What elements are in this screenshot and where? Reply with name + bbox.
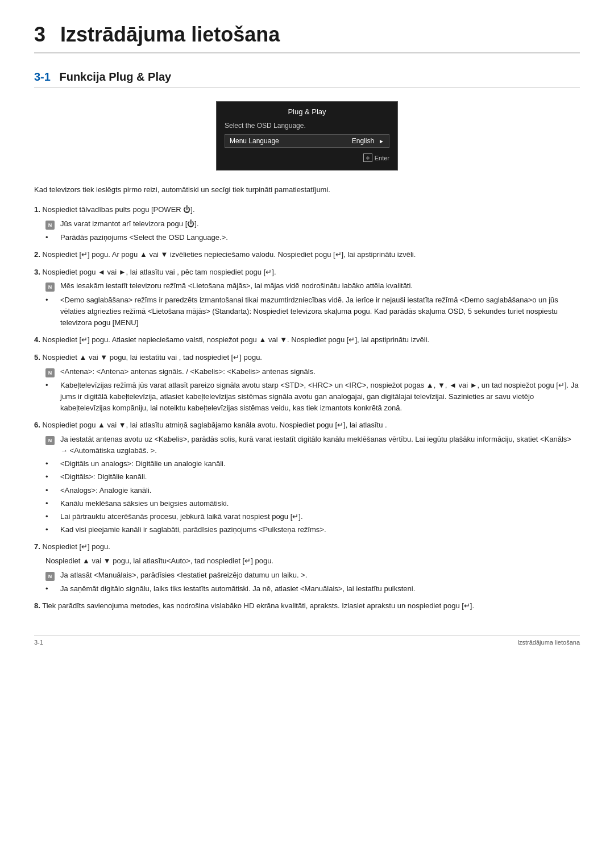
step-num: 8. — [34, 601, 40, 610]
step-num: 7. — [34, 542, 40, 551]
chapter-title-text: Izstrādājuma lietošana — [60, 23, 280, 46]
osd-enter-icon: ⎆ — [363, 153, 372, 162]
bullet-dot: • — [45, 471, 58, 483]
step-main-6: 6. Nospiediet pogu ▲ vai ▼, lai atlasītu… — [34, 420, 580, 431]
bullet-dot: • — [45, 232, 58, 243]
bullet-dot: • — [45, 485, 58, 496]
sub-item-2: •<Digitāls>: Digitālie kanāli. — [45, 471, 580, 483]
sub-item-text: Kanālu meklēšana sāksies un beigsies aut… — [60, 498, 580, 509]
bullet-dot: • — [45, 511, 58, 522]
osd-dialog-container: Plug & Play Select the OSD Language. Men… — [34, 101, 580, 171]
sub-list-3: NMēs iesakām iestatīt televizoru režīmā … — [45, 280, 580, 329]
sub-item-text: <Antena>: <Antena> antenas signāls. / <K… — [60, 366, 580, 377]
step-num: 6. — [34, 421, 40, 429]
bullet-dot: • — [45, 458, 58, 470]
sub-item-0: N<Antena>: <Antena> antenas signāls. / <… — [45, 366, 580, 378]
sub-item-6: •Kad visi pieejamie kanāli ir saglabāti,… — [45, 524, 580, 535]
step-main-5: 5. Nospiediet ▲ vai ▼ pogu, lai iestatīt… — [34, 352, 580, 364]
osd-dialog-title: Plug & Play — [225, 107, 389, 116]
note-icon: N — [45, 570, 58, 582]
step-5: 5. Nospiediet ▲ vai ▼ pogu, lai iestatīt… — [34, 352, 580, 414]
sub-item-0: NMēs iesakām iestatīt televizoru režīmā … — [45, 280, 580, 292]
step-main-7: 7. Nospiediet [↵] pogu. — [34, 541, 580, 553]
note-icon: N — [45, 281, 58, 292]
bullet-dot: • — [45, 498, 58, 509]
sub-item-text: Kabeļtelevīzijas režīmā jūs varat atlasī… — [60, 380, 580, 414]
section-title-text: Funkcija Plug & Play — [59, 70, 171, 83]
intro-text: Kad televizors tiek ieslēgts pirmo reizi… — [34, 184, 580, 196]
sub-list-6: NJa iestatāt antenas avotu uz <Kabelis>,… — [45, 434, 580, 535]
step-num: 2. — [34, 250, 40, 259]
note-icon: N — [45, 434, 58, 446]
sub-item-text: Ja iestatāt antenas avotu uz <Kabelis>, … — [60, 434, 580, 456]
bullet-dot: • — [45, 380, 58, 391]
step-7: 7. Nospiediet [↵] pogu.Nospiediet ▲ vai … — [34, 541, 580, 595]
step-4: 4. Nospiediet [↵] pogu. Atlasiet nepieci… — [34, 334, 580, 346]
chapter-title: 3 Izstrādājuma lietošana — [34, 23, 580, 53]
sub-item-1: •Kabeļtelevīzijas režīmā jūs varat atlas… — [45, 380, 580, 414]
sub-item-text: <Digitāls>: Digitālie kanāli. — [60, 471, 580, 483]
footer-left: 3-1 — [34, 639, 43, 646]
osd-enter-label: Enter — [375, 155, 389, 161]
sub-item-2: •Ja saņēmāt digitālo signālu, laiks tiks… — [45, 583, 580, 595]
section-title: 3-1 Funkcija Plug & Play — [34, 70, 580, 88]
note-icon: N — [45, 367, 58, 378]
sub-item-4: •Kanālu meklēšana sāksies un beigsies au… — [45, 498, 580, 509]
step-1: 1. Nospiediet tālvadības pults pogu [POW… — [34, 204, 580, 243]
osd-dialog-label: Select the OSD Language. — [225, 122, 389, 130]
sub-item-1: NJa atlasāt <Manuālais>, parādīsies <Ies… — [45, 570, 580, 582]
sub-item-text: <Demo saglabāšana> režīms ir paredzēts i… — [60, 294, 580, 329]
sub-list-5: N<Antena>: <Antena> antenas signāls. / <… — [45, 366, 580, 414]
sub-item-text: Kad visi pieejamie kanāli ir saglabāti, … — [60, 524, 580, 535]
sub-item-text: Ja saņēmāt digitālo signālu, laiks tiks … — [60, 583, 580, 595]
step-2: 2. Nospiediet [↵] pogu. Ar pogu ▲ vai ▼ … — [34, 249, 580, 261]
sub-list-7: Nospiediet ▲ vai ▼ pogu, lai atlasītu<Au… — [45, 555, 580, 595]
sub-item-1: •<Digitāls un analogs>: Digitālie un ana… — [45, 458, 580, 470]
note-icon: N — [45, 219, 58, 230]
step-main-8: 8. Tiek parādīts savienojuma metodes, ka… — [34, 600, 580, 612]
sub-item-0: NJūs varat izmantot arī televizora pogu … — [45, 218, 580, 230]
step-main-2: 2. Nospiediet [↵] pogu. Ar pogu ▲ vai ▼ … — [34, 249, 580, 261]
page-footer: 3-1 Izstrādājuma lietošana — [34, 635, 580, 646]
osd-menu-label: Menu Language — [230, 137, 352, 145]
step-main-4: 4. Nospiediet [↵] pogu. Atlasiet nepieci… — [34, 334, 580, 346]
step-main-3: 3. Nospiediet pogu ◄ vai ►, lai atlasītu… — [34, 267, 580, 279]
sub-item-0: NJa iestatāt antenas avotu uz <Kabelis>,… — [45, 434, 580, 456]
sub-paragraph: Nospiediet ▲ vai ▼ pogu, lai atlasītu<Au… — [45, 555, 580, 567]
sub-item-text: Ja atlasāt <Manuālais>, parādīsies <Iest… — [60, 570, 580, 581]
sub-item-text: Mēs iesakām iestatīt televizoru režīmā <… — [60, 280, 580, 292]
step-main-1: 1. Nospiediet tālvadības pults pogu [POW… — [34, 204, 580, 216]
section-num: 3-1 — [34, 70, 51, 83]
sub-list-1: NJūs varat izmantot arī televizora pogu … — [45, 218, 580, 243]
step-3: 3. Nospiediet pogu ◄ vai ►, lai atlasītu… — [34, 267, 580, 329]
step-num: 3. — [34, 268, 40, 276]
sub-item-text: <Analogs>: Analogie kanāli. — [60, 485, 580, 496]
sub-item-1: •<Demo saglabāšana> režīms ir paredzēts … — [45, 294, 580, 329]
step-num: 4. — [34, 335, 40, 344]
sub-item-text: Jūs varat izmantot arī televizora pogu [… — [60, 218, 580, 230]
sub-item-5: •Lai pārtrauktu atcerēšanās procesu, jeb… — [45, 511, 580, 522]
bullet-dot: • — [45, 294, 58, 306]
bullet-dot: • — [45, 583, 58, 595]
steps-container: 1. Nospiediet tālvadības pults pogu [POW… — [34, 204, 580, 612]
chapter-num: 3 — [34, 23, 45, 46]
osd-footer: ⎆ Enter — [225, 153, 389, 162]
osd-menu-value: English — [352, 137, 374, 145]
step-6: 6. Nospiediet pogu ▲ vai ▼, lai atlasītu… — [34, 420, 580, 535]
step-num: 1. — [34, 205, 40, 214]
sub-item-text: Lai pārtrauktu atcerēšanās procesu, jebk… — [60, 511, 580, 522]
step-8: 8. Tiek parādīts savienojuma metodes, ka… — [34, 600, 580, 612]
osd-dialog: Plug & Play Select the OSD Language. Men… — [216, 101, 398, 171]
sub-item-3: •<Analogs>: Analogie kanāli. — [45, 485, 580, 496]
osd-arrow-icon: ► — [379, 138, 384, 144]
footer-right: Izstrādājuma lietošana — [517, 639, 580, 646]
bullet-dot: • — [45, 524, 58, 535]
osd-menu-row: Menu Language English ► — [225, 134, 389, 148]
step-num: 5. — [34, 353, 40, 362]
sub-item-text: <Digitāls un analogs>: Digitālie un anal… — [60, 458, 580, 470]
sub-item-text: Parādās paziņojums <Select the OSD Langu… — [60, 232, 580, 243]
sub-item-1: •Parādās paziņojums <Select the OSD Lang… — [45, 232, 580, 243]
